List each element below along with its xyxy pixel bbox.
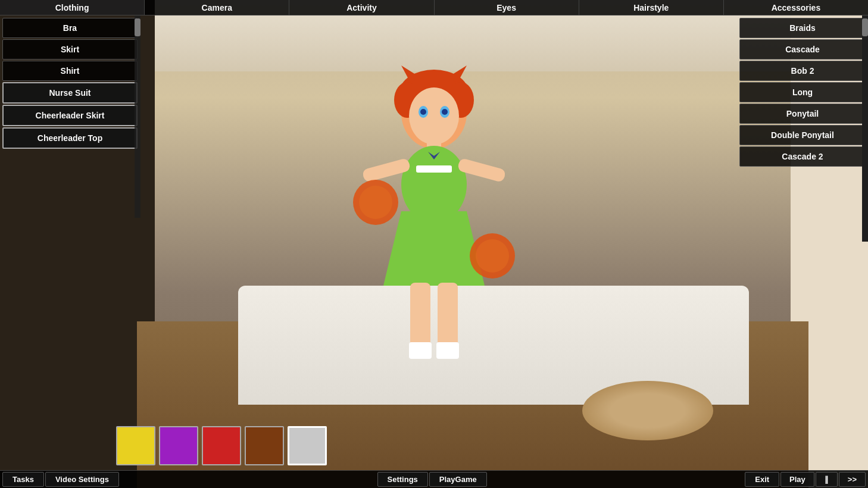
clothing-cheerleader-top-btn[interactable]: Cheerleader Top (2, 127, 138, 149)
hairstyle-scrollbar-track (862, 15, 868, 242)
nav-camera[interactable]: Camera (145, 0, 289, 15)
nav-clothing[interactable]: Clothing (0, 0, 145, 15)
svg-rect-17 (436, 342, 459, 359)
svg-point-10 (442, 109, 448, 115)
video-settings-button[interactable]: Video Settings (45, 472, 119, 487)
settings-button[interactable]: Settings (377, 472, 428, 487)
character-figure (345, 60, 523, 405)
play-button[interactable]: Play (780, 472, 814, 487)
clothing-bra-btn[interactable]: Bra (2, 18, 138, 38)
svg-rect-16 (409, 342, 432, 359)
hairstyle-bob2-btn[interactable]: Bob 2 (739, 61, 866, 81)
clothing-skirt-btn[interactable]: Skirt (2, 39, 138, 60)
playback-controls: Play ‖ >> (780, 472, 866, 487)
svg-point-9 (420, 109, 426, 115)
hairstyle-panel: Braids Cascade Bob 2 Long Ponytail Doubl… (737, 15, 868, 169)
playgame-button[interactable]: PlayGame (429, 472, 487, 487)
color-swatches (116, 426, 327, 465)
hairstyle-cascade2-btn[interactable]: Cascade 2 (739, 146, 866, 167)
color-purple[interactable] (159, 426, 198, 465)
nav-activity[interactable]: Activity (289, 0, 434, 15)
exit-button[interactable]: Exit (745, 472, 779, 487)
hairstyle-double-ponytail-btn[interactable]: Double Ponytail (739, 125, 866, 145)
nav-accessories[interactable]: Accessories (724, 0, 868, 15)
bottom-toolbar: Tasks Video Settings Settings PlayGame E… (0, 470, 868, 488)
clothing-cheerleader-skirt-btn[interactable]: Cheerleader Skirt (2, 105, 138, 126)
clothing-scrollbar-thumb[interactable] (135, 18, 140, 36)
room-table (582, 381, 713, 440)
clothing-nurse-suit-btn[interactable]: Nurse Suit (2, 82, 138, 104)
tasks-button[interactable]: Tasks (2, 472, 44, 487)
hairstyle-scrollbar-thumb[interactable] (862, 18, 868, 36)
hairstyle-ponytail-btn[interactable]: Ponytail (739, 104, 866, 124)
pause-button[interactable]: ‖ (816, 472, 838, 487)
nav-hairstyle[interactable]: Hairstyle (579, 0, 724, 15)
hairstyle-cascade-btn[interactable]: Cascade (739, 39, 866, 60)
svg-point-23 (476, 239, 509, 273)
clothing-shirt-btn[interactable]: Shirt (2, 61, 138, 81)
color-yellow[interactable] (116, 426, 155, 465)
hairstyle-scrollbar[interactable] (862, 15, 868, 242)
clothing-scrollbar[interactable] (135, 15, 140, 218)
nav-eyes[interactable]: Eyes (435, 0, 579, 15)
color-red[interactable] (202, 426, 241, 465)
hairstyle-braids-btn[interactable]: Braids (739, 18, 866, 38)
svg-rect-13 (416, 165, 452, 173)
svg-point-21 (359, 186, 392, 219)
clothing-panel: Bra Skirt Shirt Nurse Suit Cheerleader S… (0, 15, 140, 151)
forward-button[interactable]: >> (839, 472, 866, 487)
color-brown[interactable] (245, 426, 284, 465)
top-navigation-bar: Clothing Camera Activity Eyes Hairstyle … (0, 0, 868, 15)
color-lightgray[interactable] (288, 426, 327, 465)
svg-point-6 (409, 87, 459, 145)
hairstyle-long-btn[interactable]: Long (739, 82, 866, 102)
